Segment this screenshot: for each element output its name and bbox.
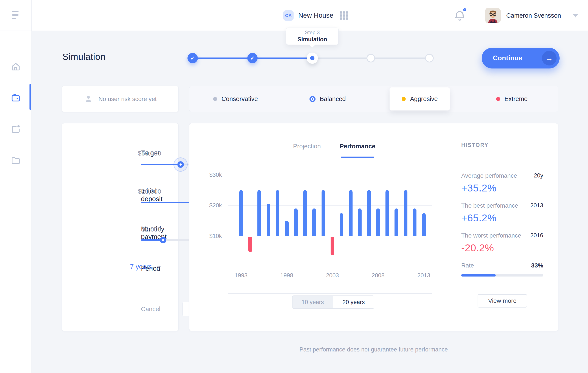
cancel-button[interactable]: Cancel [141, 306, 160, 313]
step-5-upcoming[interactable] [425, 54, 434, 63]
x-axis-tick: 2003 [326, 272, 339, 279]
worst-performance-label: The worst perfomance [461, 232, 521, 239]
bar-2002 [322, 190, 325, 236]
slider-thumb[interactable] [177, 161, 184, 168]
bar-2000 [303, 190, 307, 236]
range-20-years[interactable]: 20 years [333, 296, 374, 309]
rate-label: Rate [461, 262, 474, 269]
risk-option-aggresive[interactable]: Aggresive [374, 86, 466, 112]
y-axis-tick: $20k [196, 202, 222, 209]
avatar-illustration [485, 8, 501, 23]
user-menu[interactable]: Cameron Svensson [506, 0, 561, 31]
worst-performance-value: -20.2% [461, 242, 494, 254]
risk-option-conservative[interactable]: Conservative [189, 86, 282, 112]
arrow-right-icon: → [542, 51, 556, 65]
chevron-down-icon[interactable] [573, 14, 578, 17]
average-performance-label: Average perfomance [461, 172, 517, 179]
average-performance-value: +35.2% [461, 182, 496, 194]
rate-progress-fill [461, 274, 496, 277]
risk-score-message: No user risk score yet [98, 96, 157, 103]
gridline [228, 236, 432, 236]
risk-option-label: Extreme [504, 96, 528, 103]
tab-projection[interactable]: Projection [293, 143, 321, 150]
notifications-button[interactable] [453, 9, 467, 23]
x-axis-tick: 2008 [372, 272, 385, 279]
step-3-active[interactable] [307, 53, 318, 64]
view-more-button[interactable]: View more [478, 294, 527, 308]
period-value: 7 years [130, 263, 152, 271]
wallet-icon [10, 93, 21, 103]
sidebar-active-indicator [30, 84, 31, 110]
performance-card: Projection Perfomance $30k$20k$10k199319… [189, 123, 558, 331]
app-window: CA New House [0, 0, 588, 373]
period-increase-button[interactable]: + [157, 264, 161, 270]
sidebar [0, 31, 32, 373]
bar-2001 [312, 208, 316, 236]
range-10-years[interactable]: 10 years [293, 296, 333, 309]
period-decrease-button[interactable]: − [121, 264, 125, 270]
risk-score-card: No user risk score yet [62, 86, 179, 112]
best-performance-year: 2013 [530, 202, 543, 209]
initial-deposit-value: $20,000 [138, 188, 161, 195]
step-1-done[interactable]: ✓ [188, 53, 198, 63]
y-axis-tick: $10k [196, 233, 222, 239]
page-title: Simulation [63, 52, 105, 62]
slider-thumb[interactable] [160, 237, 166, 243]
radio-selected-icon [309, 96, 315, 102]
sidebar-item-portfolio[interactable] [0, 86, 32, 110]
period-stepper: − 7 years + [121, 263, 161, 271]
risk-option-label: Conservative [221, 96, 258, 103]
bar-2004 [340, 213, 343, 236]
continue-button[interactable]: Continue → [482, 48, 560, 68]
divider [32, 0, 32, 31]
step-2-done[interactable]: ✓ [247, 53, 258, 63]
x-axis-tick: 1993 [235, 272, 248, 279]
worst-performance-year: 2016 [530, 232, 543, 239]
bar-1993 [239, 190, 243, 236]
x-axis-tick: 1998 [280, 272, 293, 279]
risk-dot-icon [402, 97, 406, 101]
bar-2012 [413, 208, 417, 236]
best-performance-value: +65.2% [461, 212, 496, 224]
user-icon [84, 94, 93, 104]
y-axis-tick: $30k [196, 172, 222, 178]
notification-badge [463, 8, 466, 11]
history-title: HISTORY [461, 142, 489, 148]
bar-2003 [331, 237, 334, 255]
apps-grid-icon[interactable] [340, 11, 348, 20]
step-tooltip: Step 3 Simulation [286, 28, 338, 45]
active-tab-underline [341, 157, 374, 158]
bar-2006 [358, 208, 362, 236]
bar-2010 [395, 208, 398, 236]
bar-2011 [404, 190, 408, 236]
project-name: New House [298, 12, 333, 19]
risk-dot-icon [496, 97, 500, 101]
step-4-upcoming[interactable] [367, 54, 375, 63]
project-switcher[interactable]: CA New House [283, 0, 348, 31]
sidebar-item-projects[interactable] [0, 117, 32, 141]
continue-button-label: Continue [493, 54, 522, 62]
performance-bar-chart: $30k$20k$10k19931998200320082013 [228, 175, 432, 293]
sidebar-item-home[interactable] [0, 55, 32, 78]
simulation-controls-panel: Target $50,000 Initial deposit $20,000 M… [62, 123, 179, 331]
box-notification-icon [10, 124, 21, 134]
bar-1995 [257, 190, 261, 236]
bar-2008 [376, 208, 380, 236]
menu-icon[interactable] [12, 11, 21, 20]
risk-dot-icon [213, 97, 217, 101]
avatar[interactable] [485, 8, 501, 23]
bar-2009 [386, 190, 389, 236]
best-performance-label: The best perfomance [461, 202, 518, 209]
risk-level-selector: ConservativeBalancedAggresiveExtreme [189, 86, 558, 112]
sidebar-item-documents[interactable] [0, 148, 32, 172]
disclaimer-text: Past performance does not guarantee futu… [189, 346, 558, 353]
tooltip-step-number: Step 3 [305, 30, 320, 35]
bar-2007 [367, 190, 371, 236]
header: CA New House [0, 0, 588, 31]
divider [443, 0, 443, 31]
bar-2005 [349, 190, 353, 236]
tab-performance[interactable]: Perfomance [340, 143, 375, 150]
risk-option-extreme[interactable]: Extreme [466, 86, 558, 112]
risk-option-balanced[interactable]: Balanced [282, 86, 374, 112]
risk-option-label: Aggresive [410, 96, 438, 103]
